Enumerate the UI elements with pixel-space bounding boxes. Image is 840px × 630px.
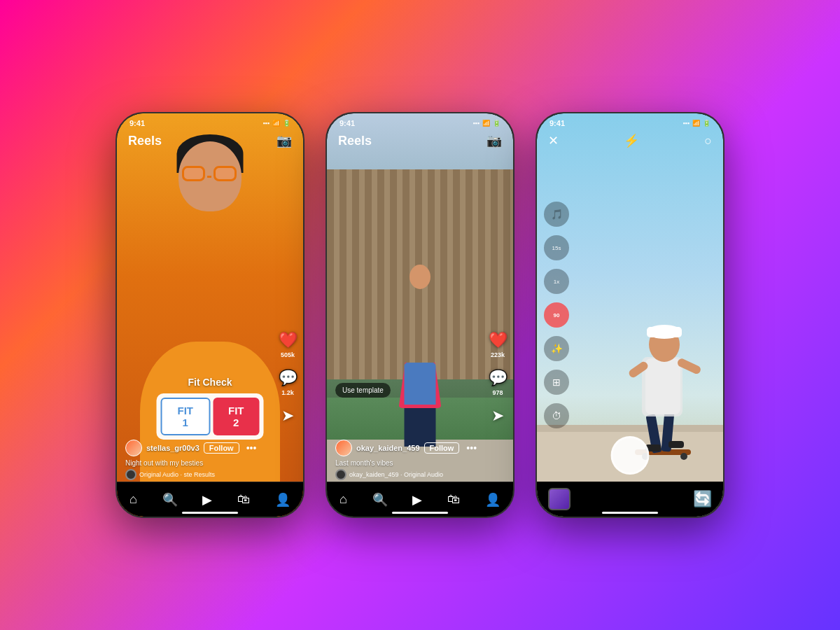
username-2: okay_kaiden_459 bbox=[356, 444, 420, 452]
comment-icon-2: 💬 bbox=[488, 368, 507, 388]
comment-btn-2[interactable]: 💬 978 bbox=[488, 368, 507, 396]
follow-btn-1[interactable]: Follow bbox=[204, 442, 239, 454]
nav-profile-1[interactable]: 👤 bbox=[275, 492, 290, 507]
comment-count-2: 978 bbox=[492, 389, 503, 396]
glass-left bbox=[182, 166, 205, 181]
svg-rect-15 bbox=[668, 441, 684, 448]
left-tools: 🎵 15s 1x 90 ✨ ⊞ ⏱ bbox=[544, 202, 569, 428]
status-icons-3: ▪▪▪ 📶 🔋 bbox=[682, 120, 710, 127]
status-bar-1: 9:41 ▪▪▪ 📶 🔋 bbox=[117, 113, 303, 130]
app-header-1: Reels 📷 bbox=[117, 130, 303, 151]
user-row-2: okay_kaiden_459 Follow ••• bbox=[335, 440, 477, 456]
phone-3: 9:41 ▪▪▪ 📶 🔋 ✕ ⚡ ○ 🎵 15s 1x 90 bbox=[536, 112, 724, 518]
signal-icon-3: ▪▪▪ bbox=[682, 120, 690, 127]
wifi-icon-2: 📶 bbox=[482, 120, 490, 127]
nav-reels-1[interactable]: ▶ bbox=[202, 492, 212, 507]
speed-highlight-label: 90 bbox=[554, 312, 560, 318]
more-btn-1[interactable]: ••• bbox=[246, 442, 257, 454]
comment-btn-1[interactable]: 💬 1.2k bbox=[278, 368, 298, 396]
close-icon[interactable]: ✕ bbox=[548, 133, 559, 148]
fit1-button[interactable]: FIT 1 bbox=[161, 398, 211, 435]
nav-home-2[interactable]: ⌂ bbox=[340, 492, 347, 507]
shutter-button[interactable] bbox=[611, 436, 650, 475]
status-icons-1: ▪▪▪ 📶 🔋 bbox=[262, 120, 290, 127]
avatar-2 bbox=[335, 440, 352, 456]
glass-bridge bbox=[207, 176, 211, 178]
audio-text-1: Original Audio · ste Results bbox=[139, 471, 215, 478]
nav-search-1[interactable]: 🔍 bbox=[162, 492, 178, 507]
nav-shop-1[interactable]: 🛍 bbox=[237, 492, 250, 507]
audio-row-2: okay_kaiden_459 · Original Audio bbox=[335, 469, 477, 480]
dancer-torso bbox=[405, 363, 436, 405]
nav-shop-2[interactable]: 🛍 bbox=[447, 492, 460, 507]
phone-1: 9:41 ▪▪▪ 📶 🔋 Reels 📷 ❤️ 505k 💬 1.2k ➤ bbox=[115, 112, 304, 518]
svg-rect-13 bbox=[647, 327, 682, 337]
timer-tool-2[interactable]: ⏱ bbox=[544, 403, 569, 428]
timer-tool[interactable]: 15s bbox=[544, 235, 569, 260]
wifi-icon-3: 📶 bbox=[692, 120, 700, 127]
phone-1-screen: 9:41 ▪▪▪ 📶 🔋 Reels 📷 ❤️ 505k 💬 1.2k ➤ bbox=[117, 113, 303, 517]
dancer-body bbox=[405, 363, 436, 447]
audio-row-1: Original Audio · ste Results bbox=[125, 469, 267, 480]
like-count-2: 223k bbox=[491, 351, 505, 358]
reels-title-2: Reels bbox=[338, 134, 372, 148]
layout-tool[interactable]: ⊞ bbox=[544, 370, 569, 395]
phone-2: 9:41 ▪▪▪ 📶 🔋 Reels 📷 ❤️ 223k 💬 978 ➤ bbox=[326, 112, 514, 518]
home-indicator-1 bbox=[182, 512, 238, 514]
username-1: stellas_gr00v3 bbox=[146, 444, 200, 452]
share-icon-1: ➤ bbox=[278, 406, 298, 426]
person-glasses bbox=[182, 166, 238, 181]
fit2-button[interactable]: FIT 2 bbox=[213, 398, 260, 435]
nav-home-1[interactable]: ⌂ bbox=[130, 492, 137, 507]
like-btn-2[interactable]: ❤️ 223k bbox=[488, 330, 507, 358]
status-time-3: 9:41 bbox=[550, 119, 565, 127]
heart-icon-1: ❤️ bbox=[278, 330, 298, 350]
effects-icon[interactable]: ○ bbox=[704, 134, 712, 148]
svg-rect-8 bbox=[642, 357, 682, 416]
user-info-2: okay_kaiden_459 Follow ••• Last month's … bbox=[327, 440, 485, 480]
wifi-icon: 📶 bbox=[272, 120, 280, 127]
nav-search-2[interactable]: 🔍 bbox=[372, 492, 388, 507]
speed-highlight-tool[interactable]: 90 bbox=[544, 302, 569, 328]
dancer-head bbox=[410, 265, 430, 289]
more-btn-2[interactable]: ••• bbox=[466, 442, 477, 454]
share-btn-2[interactable]: ➤ bbox=[488, 406, 507, 426]
camera-icon-2[interactable]: 📷 bbox=[486, 133, 502, 148]
avatar-1 bbox=[125, 440, 142, 456]
effects-tool[interactable]: ✨ bbox=[544, 336, 569, 361]
speed-label: 1x bbox=[554, 279, 559, 285]
user-row-1: stellas_gr00v3 Follow ••• bbox=[125, 440, 267, 456]
shutter-area bbox=[611, 436, 650, 475]
status-bar-3: 9:41 ▪▪▪ 📶 🔋 bbox=[537, 113, 723, 130]
use-template-text: Use template bbox=[342, 386, 384, 394]
gallery-thumbnail[interactable] bbox=[548, 488, 570, 510]
battery-icon: 🔋 bbox=[283, 120, 290, 127]
audio-text-2: okay_kaiden_459 · Original Audio bbox=[349, 471, 443, 478]
music-tool[interactable]: 🎵 bbox=[544, 202, 569, 227]
signal-icon: ▪▪▪ bbox=[262, 120, 270, 127]
use-template-badge[interactable]: Use template bbox=[335, 383, 391, 398]
battery-icon-2: 🔋 bbox=[493, 120, 500, 127]
share-btn-1[interactable]: ➤ bbox=[278, 406, 298, 426]
like-count-1: 505k bbox=[281, 351, 295, 358]
battery-icon-3: 🔋 bbox=[703, 120, 710, 127]
like-btn-1[interactable]: ❤️ 505k bbox=[278, 330, 298, 358]
fit-check-buttons: FIT 1 FIT 2 bbox=[157, 393, 264, 440]
nav-profile-2[interactable]: 👤 bbox=[485, 492, 500, 507]
flip-camera-icon[interactable]: 🔄 bbox=[693, 490, 712, 508]
timer-label: 15s bbox=[552, 245, 561, 251]
fit-check-overlay: Fit Check FIT 1 FIT 2 bbox=[157, 377, 264, 440]
status-time-2: 9:41 bbox=[340, 119, 355, 127]
heart-icon-2: ❤️ bbox=[488, 330, 507, 350]
camera-icon-1[interactable]: 📷 bbox=[276, 133, 292, 148]
app-header-2: Reels 📷 bbox=[327, 130, 513, 151]
flash-off-icon[interactable]: ⚡ bbox=[624, 133, 639, 148]
audio-disc-1 bbox=[125, 469, 136, 480]
status-time-1: 9:41 bbox=[130, 119, 145, 127]
follow-btn-2[interactable]: Follow bbox=[424, 442, 460, 454]
speed-tool[interactable]: 1x bbox=[544, 269, 569, 294]
home-indicator-3 bbox=[602, 512, 658, 514]
person-head bbox=[168, 141, 252, 239]
nav-reels-2[interactable]: ▶ bbox=[412, 492, 422, 507]
home-indicator-2 bbox=[392, 512, 448, 514]
